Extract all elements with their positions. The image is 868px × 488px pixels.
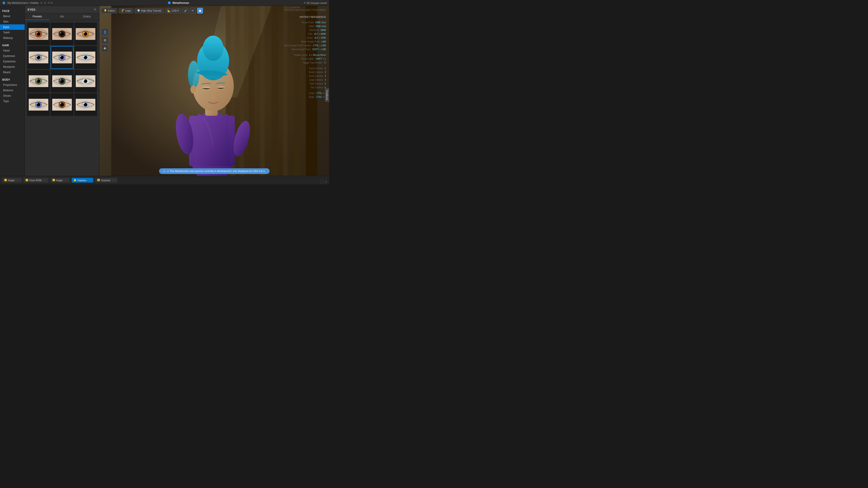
fashion-icon: ⭐	[73, 179, 76, 182]
svg-point-5	[36, 32, 37, 33]
info-icon: ℹ	[44, 1, 46, 4]
tab-sclera[interactable]: Sclera	[74, 13, 99, 20]
feedback-tab[interactable]: Feedback	[325, 88, 329, 102]
sidebar-item-eyebrows[interactable]: Eyebrows	[0, 53, 25, 59]
left-sidebar: FACE Blend Skin Eyes Teeth Makeup HAIR H…	[0, 6, 25, 184]
expand-icon[interactable]: ⛶	[320, 180, 323, 184]
sidebar-item-shoes[interactable]: Shoes	[0, 93, 25, 98]
sidebar-item-teeth[interactable]: Teeth	[0, 30, 25, 35]
sidebar-item-head[interactable]: Head	[0, 48, 25, 53]
sidebar-item-mustache[interactable]: Mustache	[0, 64, 25, 70]
feedback-area: Feedback	[325, 88, 329, 102]
sidebar-item-proportions[interactable]: Proportions	[0, 82, 25, 88]
surprise-label: Surprise	[101, 179, 110, 182]
svg-point-31	[84, 56, 85, 57]
side-tools: 👤 ⚙ ✚	[101, 29, 108, 52]
hotkey-reset-lights: Reset Lights SHIFT + L	[284, 57, 326, 61]
app-title: MetaHuman	[173, 1, 189, 4]
hotkey-legs-camera: Legs Camera 4	[284, 78, 326, 82]
hotkey-zoom: Zoom ALT + RMB	[284, 36, 326, 40]
app-title-area: 🔷 MetaHuman	[167, 1, 189, 4]
eye-preset-12[interactable]	[74, 93, 97, 116]
uuid: 48c5553d-5bfd-292e-66f4-770418185d6c	[284, 9, 326, 11]
svg-point-36	[36, 79, 37, 80]
eyes-panel: EYES ✕ Presets Iris Sclera	[25, 6, 99, 184]
tab-presets[interactable]: Presets	[25, 13, 50, 20]
sidebar-item-tops[interactable]: Tops	[0, 98, 25, 104]
anger-2-label: Anger	[56, 179, 63, 182]
svg-point-61	[84, 103, 85, 104]
lighting-label: Indoor	[108, 9, 115, 12]
face-rom-more[interactable]: ⋮	[42, 179, 47, 182]
paint-tool-button[interactable]: 🖌	[183, 8, 188, 13]
eye-preset-7[interactable]	[27, 70, 50, 92]
surprise-more[interactable]: ⋮	[111, 179, 116, 182]
body-section-label: BODY	[0, 77, 25, 82]
anim-slot-face-rom[interactable]: 😐 Face ROM ⋮	[24, 178, 49, 183]
svg-point-26	[60, 56, 61, 57]
anger-1-label: Anger	[8, 179, 15, 182]
sidebar-item-eyelashes[interactable]: Eyelashes	[0, 59, 25, 64]
hotkey-redo: Redo CTRL + Y	[284, 95, 326, 99]
person-tool-button[interactable]: 👤	[101, 29, 108, 36]
sidebar-item-makeup[interactable]: Makeup	[0, 35, 25, 41]
face-section-label: FACE	[0, 8, 25, 13]
lighting-button[interactable]: 💡 Indoor	[101, 8, 117, 13]
lod-button[interactable]: 📐 LOD 0	[165, 8, 181, 13]
anger-1-more[interactable]: ⋮	[16, 179, 20, 182]
svg-point-21	[36, 56, 37, 57]
eye-preset-1[interactable]	[27, 23, 50, 45]
hotkey-far-camera: Far Camera 6	[284, 86, 326, 90]
quality-button[interactable]: 💎 High (Ray Traced)	[134, 8, 164, 13]
app-icon: 🔷	[2, 1, 6, 4]
sculpt-tool-button[interactable]: ✏	[190, 8, 196, 13]
quality-icon: 💎	[137, 9, 140, 12]
main-layout: FACE Blend Skin Eyes Teeth Makeup HAIR H…	[0, 6, 329, 184]
surprise-icon: 😮	[97, 179, 100, 182]
fashion-label: Fashion	[78, 179, 86, 182]
tab-iris[interactable]: Iris	[50, 13, 74, 20]
eye-preset-10[interactable]	[27, 93, 50, 116]
anger-2-icon: 😠	[52, 179, 55, 182]
view-tool-button[interactable]: ◼	[197, 8, 203, 13]
anim-slot-anger-2[interactable]: 😠 Anger ⋮	[51, 178, 70, 183]
mesh-tool-button[interactable]: ⚙	[101, 37, 108, 44]
sidebar-item-eyes[interactable]: Eyes	[0, 24, 25, 30]
viewport-toolbar: 💡 Indoor 🦵 Legs 💎 High (Ray Traced) 📐 LO…	[101, 8, 203, 13]
svg-rect-68	[272, 6, 278, 184]
eye-preset-3[interactable]	[74, 23, 97, 45]
eye-preset-5[interactable]	[51, 46, 73, 69]
sidebar-item-blend[interactable]: Blend	[0, 13, 25, 19]
svg-point-46	[84, 79, 85, 80]
version-number: 1.3.0-23248744	[284, 6, 326, 9]
face-rom-icon: 😐	[25, 179, 29, 182]
fullscreen-icon[interactable]: ⤢	[324, 180, 327, 184]
check-icon: ✔	[304, 1, 306, 4]
eye-preset-9[interactable]	[74, 70, 97, 92]
eye-preset-6[interactable]	[74, 46, 97, 69]
anim-slot-surprise[interactable]: 😮 Surprise ⋮	[95, 178, 117, 183]
view-label: Legs	[125, 9, 131, 12]
sidebar-item-beard[interactable]: Beard	[0, 70, 25, 75]
sidebar-item-skin[interactable]: Skin	[0, 19, 25, 24]
hotkey-pan-orbit: Pan/Orbit MMB	[284, 28, 326, 32]
redo-button[interactable]: ↻	[51, 1, 53, 4]
eye-preset-4[interactable]	[27, 46, 50, 69]
hotkey-orbit: Orbit RMB Hold	[284, 24, 326, 28]
undo-button[interactable]: ↺	[48, 1, 50, 4]
svg-point-11	[60, 32, 61, 33]
add-tool-button[interactable]: ✚	[101, 45, 108, 52]
panel-close-button[interactable]: ✕	[94, 8, 96, 11]
bottom-right-controls: ⛶ ⤢	[320, 180, 327, 184]
anger-2-more[interactable]: ⋮	[64, 179, 68, 182]
breadcrumb-area: 🔷 My MetaHumans / Hadley ✏ ℹ ↺ ↻	[2, 1, 53, 4]
fashion-more[interactable]: ⋮	[87, 179, 92, 182]
eye-preset-2[interactable]	[51, 23, 73, 45]
sidebar-item-bottoms[interactable]: Bottoms	[0, 88, 25, 93]
anim-slot-anger-1[interactable]: 😠 Anger ⋮	[2, 178, 22, 183]
eye-preset-8[interactable]	[51, 70, 73, 92]
hotkey-reset-sculpt: Reset Sculpt Point SHIFT + LMB	[284, 47, 326, 51]
view-button[interactable]: 🦵 Legs	[119, 8, 133, 13]
anim-slot-fashion[interactable]: ⭐ Fashion ⋮	[72, 178, 93, 183]
eye-preset-11[interactable]	[51, 93, 73, 116]
